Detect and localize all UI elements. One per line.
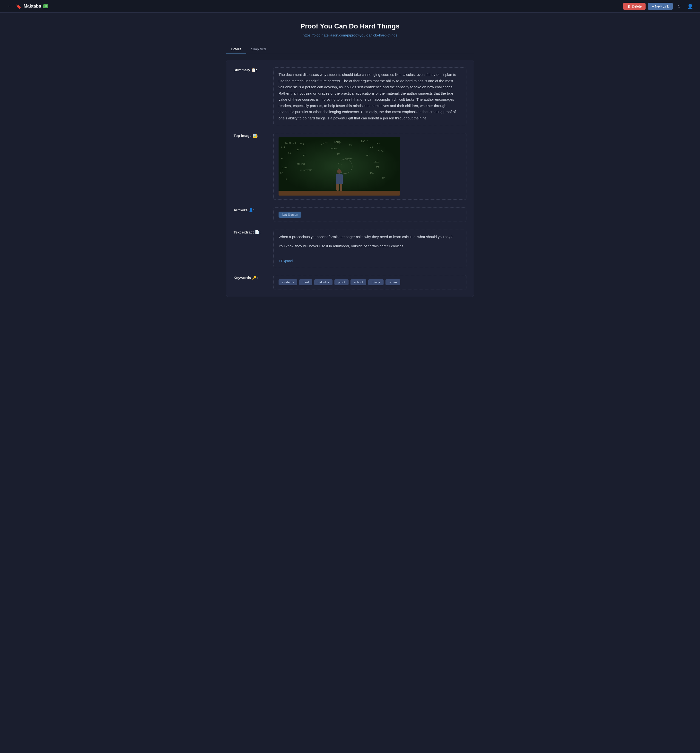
logo-text: Maktaba <box>23 4 41 9</box>
authors-section: Authors 👤: Nat Eliason <box>234 208 466 222</box>
text-extract-label: Text extract 📄: <box>234 230 268 234</box>
author-tag[interactable]: Nat Eliason <box>279 212 301 218</box>
authors-content: Nat Eliason <box>273 208 466 222</box>
refresh-icon: ↻ <box>677 4 681 9</box>
authors-tags-container: Nat Eliason <box>279 212 461 218</box>
trash-icon: 🗑 <box>627 5 630 8</box>
summary-section: Summary 📋: The document discusses why st… <box>234 67 466 125</box>
person-head <box>337 169 341 173</box>
logo-badge: N <box>43 5 48 8</box>
extract-ellipsis: ... <box>279 252 461 256</box>
extract-paragraph: When a precocious yet nonconformist teen… <box>279 234 461 240</box>
user-profile-button[interactable]: 👤 <box>685 2 695 10</box>
top-image-section: Top image 🖼️: ∂ψ/∂t = H 2+4 65 X⁴⁰ 2x+4 … <box>234 133 466 200</box>
page-url-link[interactable]: https://blog.nateliason.com/p/proof-you-… <box>302 33 397 37</box>
summary-label: Summary 📋: <box>234 67 268 72</box>
header-left: ← 🔖 Maktaba N <box>5 3 48 10</box>
keyword-tag[interactable]: proof <box>334 279 349 285</box>
title-section: Proof You Can Do Hard Things https://blo… <box>226 22 474 37</box>
new-link-label: + New Link <box>652 5 669 8</box>
person-leg-left <box>337 184 339 191</box>
person-body <box>336 174 343 184</box>
keywords-tags-container: studentshardcalculusproofschoolthingspro… <box>279 279 461 285</box>
keyword-tag[interactable]: things <box>368 279 384 285</box>
keyword-tag[interactable]: prove <box>385 279 400 285</box>
keywords-section: Keywords 🔑: studentshardcalculusproofsch… <box>234 275 466 289</box>
authors-label: Authors 👤: <box>234 208 268 212</box>
new-link-button[interactable]: + New Link <box>648 3 673 10</box>
tab-simplified[interactable]: Simplified <box>246 45 271 54</box>
header-right: 🗑 Delete + New Link ↻ 👤 <box>623 2 695 10</box>
logo-icon: 🔖 <box>16 3 22 9</box>
main-card: Summary 📋: The document discusses why st… <box>226 60 474 297</box>
delete-button[interactable]: 🗑 Delete <box>623 3 645 10</box>
top-image-label: Top image 🖼️: <box>234 133 268 138</box>
logo-container: 🔖 Maktaba N <box>16 3 48 9</box>
summary-text: The document discusses why students shou… <box>279 72 461 121</box>
summary-content: The document discusses why students shou… <box>273 67 466 125</box>
delete-label: Delete <box>632 5 642 8</box>
extract-paragraph: You know they will never use it in adult… <box>279 243 461 249</box>
refresh-button[interactable]: ↻ <box>675 3 683 10</box>
person-leg-right <box>340 184 342 191</box>
text-extract-section: Text extract 📄: When a precocious yet no… <box>234 230 466 267</box>
top-image-container: ∂ψ/∂t = H 2+4 65 X⁴⁰ 2x+4 3.5 −6 ∇²φ A⁴²… <box>279 137 461 195</box>
page-title: Proof You Can Do Hard Things <box>226 22 474 30</box>
back-button[interactable]: ← <box>5 3 13 10</box>
keyword-tag[interactable]: hard <box>299 279 312 285</box>
keywords-content: studentshardcalculusproofschoolthingspro… <box>273 275 466 289</box>
keyword-tag[interactable]: students <box>279 279 297 285</box>
keyword-tag[interactable]: calculus <box>314 279 332 285</box>
chalkboard-image: ∂ψ/∂t = H 2+4 65 X⁴⁰ 2x+4 3.5 −6 ∇²φ A⁴²… <box>279 137 400 195</box>
header: ← 🔖 Maktaba N 🗑 Delete + New Link ↻ 👤 <box>0 0 700 12</box>
keyword-tag[interactable]: school <box>351 279 366 285</box>
text-extract-content: When a precocious yet nonconformist teen… <box>273 230 466 267</box>
expand-link[interactable]: ↓ Expand <box>279 259 293 263</box>
chalkboard-inner: ∂ψ/∂t = H 2+4 65 X⁴⁰ 2x+4 3.5 −6 ∇²φ A⁴²… <box>279 137 400 195</box>
user-icon: 👤 <box>687 4 693 9</box>
top-image-content: ∂ψ/∂t = H 2+4 65 X⁴⁰ 2x+4 3.5 −6 ∇²φ A⁴²… <box>273 133 466 200</box>
person-figure <box>336 169 343 191</box>
chalkboard-floor <box>279 191 400 195</box>
back-icon: ← <box>7 4 11 8</box>
extract-text: When a precocious yet nonconformist teen… <box>279 234 461 249</box>
tabs-container: Details Simplified <box>226 45 474 54</box>
tab-details[interactable]: Details <box>226 45 246 54</box>
page-content: Proof You Can Do Hard Things https://blo… <box>221 12 479 307</box>
keywords-label: Keywords 🔑: <box>234 275 268 280</box>
person-legs <box>336 184 343 191</box>
